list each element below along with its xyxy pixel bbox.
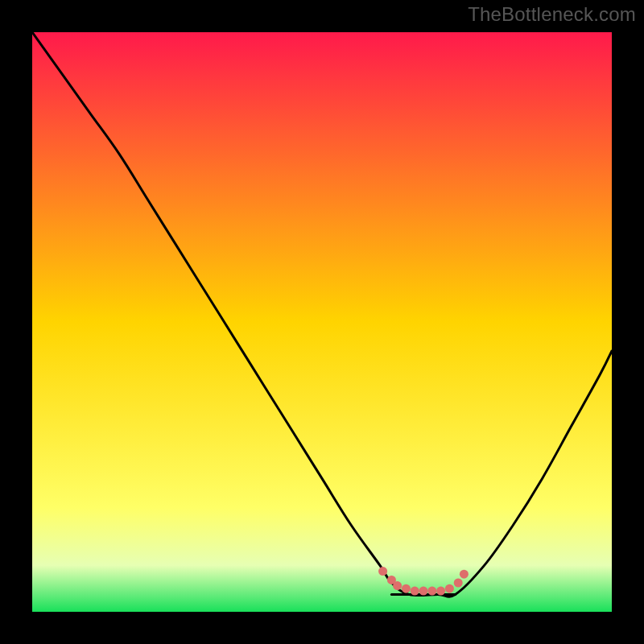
gradient-background	[32, 32, 612, 612]
chart-frame: TheBottleneck.com	[0, 0, 644, 644]
marker-optimal-zone	[402, 584, 411, 593]
marker-optimal-zone	[378, 567, 387, 576]
marker-optimal-zone	[445, 584, 454, 593]
marker-optimal-zone	[411, 587, 419, 596]
marker-optimal-zone	[454, 579, 463, 588]
chart-svg	[32, 32, 612, 612]
marker-optimal-zone	[436, 587, 445, 596]
marker-optimal-zone	[419, 587, 428, 596]
marker-optimal-zone	[427, 587, 436, 596]
marker-optimal-zone	[460, 570, 469, 579]
watermark-text: TheBottleneck.com	[468, 3, 636, 26]
plot-area	[32, 32, 612, 612]
marker-optimal-zone	[393, 581, 402, 590]
